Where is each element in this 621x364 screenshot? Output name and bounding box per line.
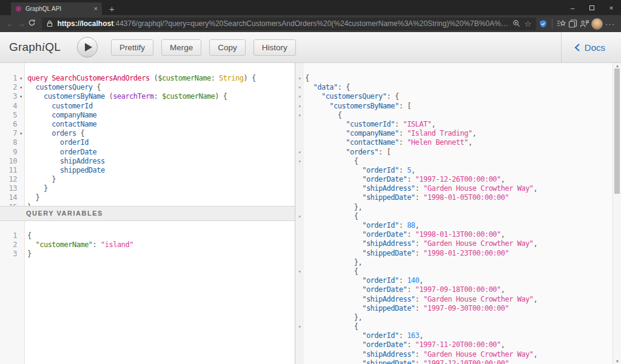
code-line[interactable]: 3}: [0, 250, 295, 259]
copy-button[interactable]: Copy: [209, 39, 246, 56]
merge-button[interactable]: Merge: [161, 39, 201, 56]
address-bar[interactable]: https://localhost:44376/graphql/?query=q…: [42, 18, 536, 30]
code-line[interactable]: ▾ {: [295, 267, 621, 276]
code-line[interactable]: 6 contactName: [0, 120, 295, 129]
code-line[interactable]: ▾ "customersQuery": {: [295, 92, 621, 101]
share-person-icon[interactable]: [580, 19, 589, 28]
code-line[interactable]: "shippedDate": "1997-09-30T00:00:00": [295, 304, 621, 313]
fold-arrow-icon[interactable]: ▾: [295, 148, 304, 157]
code-line[interactable]: 10 shipAddress: [0, 157, 295, 166]
favorite-star-icon[interactable]: ☆: [525, 20, 532, 28]
code-line[interactable]: 2 "customerName": "island": [0, 240, 295, 250]
fold-arrow-icon[interactable]: ▾: [295, 212, 304, 221]
fold-arrow-icon[interactable]: ▾: [17, 129, 25, 138]
back-button[interactable]: ←: [6, 19, 15, 28]
fold-arrow-icon[interactable]: ▾: [295, 102, 304, 111]
fold-arrow-icon[interactable]: ▾: [295, 92, 304, 101]
fold-arrow-icon[interactable]: ▾: [295, 111, 304, 120]
fold-arrow-icon[interactable]: ▾: [17, 83, 25, 92]
code-line[interactable]: },: [295, 203, 621, 212]
prettify-button[interactable]: Prettify: [111, 39, 153, 56]
code-line[interactable]: 13 }: [0, 184, 295, 193]
code-line[interactable]: 9 orderDate: [0, 148, 295, 157]
fold-spacer: [295, 239, 304, 248]
minimize-button[interactable]: –: [563, 0, 582, 15]
code-line[interactable]: },: [295, 258, 621, 267]
more-menu-button[interactable]: ···: [605, 19, 615, 28]
code-line[interactable]: "shipAddress": "Garden House Crowther Wa…: [295, 184, 621, 193]
code-line[interactable]: "orderId": 140,: [295, 276, 621, 285]
scroll-down-button[interactable]: ▼: [613, 359, 621, 363]
code-line[interactable]: 1{: [0, 231, 295, 240]
tab-close-button[interactable]: ×: [94, 5, 98, 12]
code-line[interactable]: 4 customerId: [0, 102, 295, 111]
result-viewer[interactable]: ▾{▾ "data": {▾ "customersQuery": {▾ "cus…: [295, 63, 621, 364]
code-line[interactable]: "orderId": 5,: [295, 166, 621, 175]
zoom-icon[interactable]: [512, 19, 520, 28]
close-button[interactable]: ×: [602, 0, 621, 15]
fold-arrow-icon[interactable]: ▾: [295, 157, 304, 166]
code-line[interactable]: ▾ "data": {: [295, 83, 621, 92]
code-line[interactable]: 5 companyName: [0, 111, 295, 120]
collections-icon[interactable]: [568, 19, 577, 28]
code-line[interactable]: "orderDate": "1997-11-20T00:00:00",: [295, 340, 621, 349]
code-line[interactable]: "shippedDate": "1998-01-05T00:00:00": [295, 193, 621, 202]
fold-arrow-icon[interactable]: ▾: [17, 74, 25, 83]
history-button[interactable]: History: [253, 39, 296, 56]
code-line[interactable]: "companyName": "Island Trading",: [295, 129, 621, 138]
code-line[interactable]: "orderDate": "1997-12-26T00:00:00",: [295, 175, 621, 184]
code-line[interactable]: "shippedDate": "1997-12-10T00:00:00": [295, 359, 621, 364]
code-line[interactable]: "shipAddress": "Garden House Crowther Wa…: [295, 350, 621, 359]
code-line[interactable]: ▾{: [295, 74, 621, 83]
code-line[interactable]: 11 shippedDate: [0, 166, 295, 175]
refresh-button[interactable]: [28, 19, 36, 28]
fold-arrow-icon[interactable]: ▾: [295, 267, 304, 276]
code-line[interactable]: "orderDate": "1998-01-13T00:00:00",: [295, 230, 621, 239]
code-text: "shipAddress": "Garden House Crowther Wa…: [304, 239, 537, 248]
code-line[interactable]: "shipAddress": "Garden House Crowther Wa…: [295, 295, 621, 304]
code-line[interactable]: ▾ {: [295, 111, 621, 120]
query-editor[interactable]: 1▾query SearchCustomersAndOrders ($custo…: [0, 63, 295, 206]
result-scrollbar[interactable]: ▲ ▼: [613, 63, 621, 364]
fold-arrow-icon[interactable]: ▾: [295, 322, 304, 331]
code-line[interactable]: 8 orderId: [0, 138, 295, 147]
code-line[interactable]: "orderId": 88,: [295, 221, 621, 230]
scrollbar-thumb[interactable]: [614, 68, 620, 194]
code-line[interactable]: 7▾ orders {: [0, 129, 295, 138]
code-line[interactable]: "orderDate": "1997-09-18T00:00:00",: [295, 285, 621, 294]
code-line[interactable]: 2▾ customersQuery {: [0, 83, 295, 92]
query-variables-header[interactable]: QUERY VARIABLES: [0, 206, 295, 221]
code-line[interactable]: "orderId": 163,: [295, 331, 621, 340]
code-line[interactable]: "contactName": "Helen Bennett",: [295, 138, 621, 147]
docs-toggle[interactable]: Docs: [562, 42, 621, 53]
code-line[interactable]: 14 }: [0, 193, 295, 202]
scroll-up-button[interactable]: ▲: [613, 64, 621, 68]
variables-editor[interactable]: 1{2 "customerName": "island"3}: [0, 221, 295, 364]
maximize-button[interactable]: [582, 0, 602, 15]
code-line[interactable]: ▾ {: [295, 212, 621, 221]
code-line[interactable]: 12 }: [0, 175, 295, 184]
fold-arrow-icon[interactable]: ▾: [295, 83, 304, 92]
new-tab-button[interactable]: +: [102, 2, 122, 15]
security-shield-icon[interactable]: [539, 19, 548, 28]
code-line[interactable]: 3▾ customersByName (searchTerm: $custome…: [0, 92, 295, 101]
browser-tab[interactable]: GraphQL API ×: [11, 2, 102, 15]
code-line[interactable]: ▾ {: [295, 157, 621, 166]
fold-arrow-icon[interactable]: ▾: [17, 92, 25, 101]
code-line[interactable]: "shippedDate": "1998-01-23T00:00:00": [295, 249, 621, 258]
code-line[interactable]: "shipAddress": "Garden House Crowther Wa…: [295, 239, 621, 248]
execute-button[interactable]: [77, 37, 98, 58]
code-line[interactable]: 15}: [0, 203, 295, 206]
code-line[interactable]: ▾ "orders": [: [295, 148, 621, 157]
fold-arrow-icon[interactable]: ▾: [295, 74, 304, 83]
code-line[interactable]: "customerId": "ISLAT",: [295, 120, 621, 129]
code-line[interactable]: },: [295, 313, 621, 322]
line-number: 15: [0, 203, 17, 206]
code-line[interactable]: ▾ {: [295, 322, 621, 331]
forward-button[interactable]: →: [17, 19, 25, 28]
profile-avatar[interactable]: [591, 18, 603, 30]
url-text[interactable]: https://localhost:44376/graphql/?query=q…: [57, 19, 508, 28]
favorites-bar-icon[interactable]: [557, 19, 566, 28]
code-line[interactable]: ▾ "customersByName": [: [295, 102, 621, 111]
code-line[interactable]: 1▾query SearchCustomersAndOrders ($custo…: [0, 74, 295, 83]
